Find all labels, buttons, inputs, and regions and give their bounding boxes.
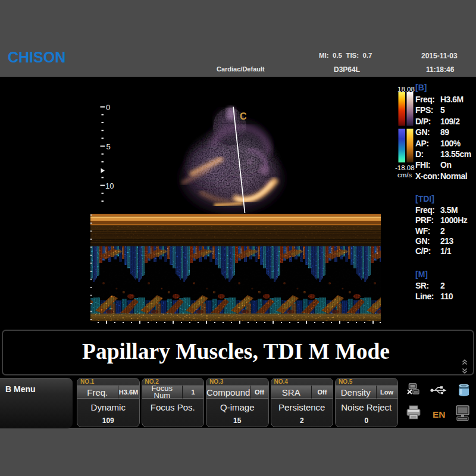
svg-text:EN: EN [433,409,446,419]
svg-text:C: C [240,111,247,121]
svg-text:5: 5 [107,142,111,151]
svg-text:0: 0 [106,103,110,112]
svg-text:10: 10 [105,181,114,190]
